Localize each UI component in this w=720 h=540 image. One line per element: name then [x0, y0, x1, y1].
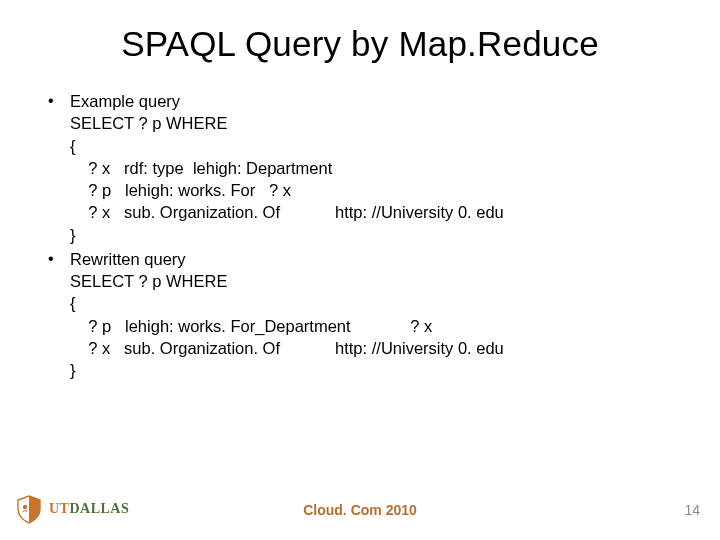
- slide-title: SPAQL Query by Map.Reduce: [28, 24, 692, 64]
- bullet-list: Example query SELECT ? p WHERE { ? x rdf…: [42, 90, 692, 381]
- example-query-block: SELECT ? p WHERE { ? x rdf: type lehigh:…: [70, 112, 692, 246]
- page-number: 14: [684, 502, 700, 518]
- slide: SPAQL Query by Map.Reduce Example query …: [0, 0, 720, 540]
- footer: UTDALLAS Cloud. Com 2010 14: [0, 486, 720, 526]
- bullet-example: Example query SELECT ? p WHERE { ? x rdf…: [42, 90, 692, 246]
- rewritten-query-block: SELECT ? p WHERE { ? p lehigh: works. Fo…: [70, 270, 692, 381]
- conference-label: Cloud. Com 2010: [0, 502, 720, 518]
- bullet-rewritten: Rewritten query SELECT ? p WHERE { ? p l…: [42, 248, 692, 382]
- bullet-example-label: Example query: [70, 92, 180, 110]
- bullet-rewritten-label: Rewritten query: [70, 250, 186, 268]
- slide-body: Example query SELECT ? p WHERE { ? x rdf…: [28, 90, 692, 381]
